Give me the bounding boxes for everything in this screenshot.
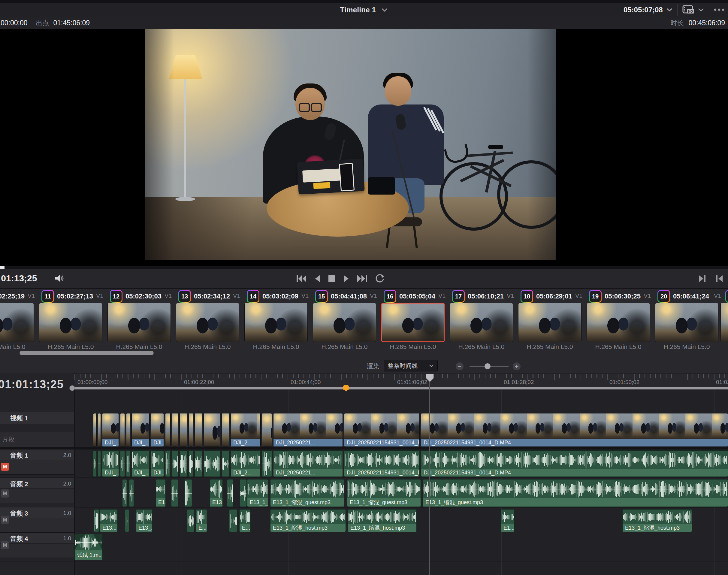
filmstrip-scrollbar[interactable] bbox=[20, 351, 154, 355]
timeline-clip[interactable]: DJI_2... bbox=[231, 413, 261, 447]
timeline-clip[interactable]: DJI_20250221154931_0014_D.MP4 bbox=[421, 413, 728, 447]
timeline-clip[interactable] bbox=[122, 479, 127, 507]
timeline-scrollbar[interactable] bbox=[74, 387, 728, 390]
filmstrip-thumbnail[interactable] bbox=[176, 303, 239, 342]
timeline-clip[interactable] bbox=[188, 450, 193, 477]
timeline-clip[interactable] bbox=[93, 450, 97, 477]
timeline-clip[interactable]: DJI_20250221154931_0014_D.MP4 bbox=[421, 450, 728, 477]
loop-icon[interactable] bbox=[375, 274, 385, 283]
filmstrip-thumbnail[interactable] bbox=[39, 303, 102, 342]
filmstrip-thumbnail[interactable] bbox=[313, 303, 376, 342]
timeline-clip[interactable]: DJI_... bbox=[132, 450, 149, 477]
timeline-clip[interactable] bbox=[171, 479, 178, 507]
timeline-clip[interactable]: DJI_20250221... bbox=[273, 450, 343, 477]
timeline-clip[interactable] bbox=[120, 450, 125, 477]
mute-button[interactable]: M bbox=[1, 489, 9, 498]
timeline-clip[interactable]: E... bbox=[239, 509, 251, 532]
viewer-scrub-handle[interactable] bbox=[0, 266, 4, 269]
chevron-down-icon[interactable] bbox=[666, 8, 672, 12]
timeline-clip[interactable]: DJI_20250221... bbox=[273, 413, 343, 447]
timeline-clip[interactable] bbox=[229, 509, 238, 532]
filmstrip-thumbnail[interactable] bbox=[244, 303, 308, 342]
timeline-clip[interactable]: E13_1_缩混_guest.mp3 bbox=[270, 479, 344, 507]
timeline-clip[interactable] bbox=[93, 413, 97, 447]
viewer-timecode[interactable]: 05:05:07;08 bbox=[624, 6, 663, 14]
filmstrip-thumbnail[interactable] bbox=[107, 303, 171, 342]
hq-clip-icon[interactable]: HQ bbox=[682, 5, 695, 15]
timeline-clip[interactable]: DJI_... bbox=[102, 413, 119, 447]
timeline-clip[interactable]: E13_1_缩混_guest.mp3 bbox=[423, 479, 728, 507]
filmstrip-thumbnail[interactable] bbox=[655, 303, 718, 342]
play-icon[interactable] bbox=[343, 274, 349, 283]
timeline-scrollbar-handle[interactable] bbox=[69, 385, 75, 391]
timeline-clip[interactable] bbox=[262, 413, 272, 447]
timeline-clip[interactable]: DJI_20250221154931_0014_D... bbox=[344, 413, 420, 447]
timeline-marker[interactable] bbox=[343, 385, 349, 390]
timeline-clip[interactable] bbox=[195, 413, 202, 447]
timeline-clip[interactable]: E13_... bbox=[136, 509, 152, 532]
track-header-video[interactable]: 视频 1 bbox=[0, 412, 74, 424]
timeline-clip[interactable] bbox=[227, 479, 234, 507]
timeline-clip[interactable]: DJI_2... bbox=[231, 450, 261, 477]
timeline-clip[interactable] bbox=[172, 450, 178, 477]
timeline-clip[interactable]: DJI... bbox=[151, 413, 164, 447]
mute-button[interactable]: M bbox=[1, 541, 9, 549]
timeline-clip[interactable] bbox=[165, 450, 171, 477]
timeline-clip[interactable]: DJI... bbox=[151, 450, 164, 477]
skip-start-icon[interactable] bbox=[296, 274, 307, 283]
timeline-clip[interactable]: E13_1_缩混_guest.mp3 bbox=[347, 479, 421, 507]
render-scope-dropdown[interactable]: 整条时间线 bbox=[384, 360, 438, 371]
playhead-to-end-icon[interactable] bbox=[699, 275, 706, 282]
timeline-clip[interactable] bbox=[120, 413, 125, 447]
timeline-clip[interactable] bbox=[126, 450, 130, 477]
timeline-clip[interactable] bbox=[126, 413, 130, 447]
video-frame[interactable] bbox=[145, 29, 556, 260]
filmstrip-thumbnail[interactable] bbox=[721, 303, 728, 342]
mute-button[interactable]: M bbox=[1, 516, 9, 524]
timeline-clip[interactable]: E13... bbox=[100, 509, 118, 532]
timeline-clip[interactable] bbox=[129, 479, 134, 507]
timeline-clip[interactable] bbox=[179, 450, 187, 477]
timeline-clip[interactable]: E1... bbox=[501, 509, 515, 532]
timeline-clip[interactable]: E13_1_缩混_host.mp3 bbox=[270, 509, 346, 532]
chevron-down-icon[interactable] bbox=[698, 8, 704, 12]
track-header-audio[interactable]: 音频 31.0 bbox=[0, 507, 74, 518]
timeline-clip[interactable]: DJI_... bbox=[132, 413, 149, 447]
timeline-clip[interactable] bbox=[98, 450, 101, 477]
filmstrip-thumbnail[interactable] bbox=[587, 303, 650, 342]
timeline-clip[interactable]: E13_... bbox=[210, 479, 223, 507]
timeline-clip[interactable] bbox=[172, 413, 178, 447]
timeline-clip[interactable]: E13_1_... bbox=[247, 479, 268, 507]
zoom-out-button[interactable]: − bbox=[456, 363, 463, 370]
zoom-slider-thumb[interactable] bbox=[485, 363, 490, 369]
overflow-menu-icon[interactable]: ••• bbox=[714, 5, 726, 14]
step-back-icon[interactable] bbox=[314, 274, 321, 283]
timeline-clip[interactable] bbox=[221, 413, 229, 447]
timeline-clip[interactable] bbox=[240, 479, 247, 507]
filmstrip-thumbnail[interactable] bbox=[0, 303, 34, 342]
timeline-clip[interactable]: DJI_20250221154931_0014_D... bbox=[344, 450, 420, 477]
timeline-clip[interactable]: DJI_... bbox=[102, 450, 119, 477]
timeline-clip[interactable] bbox=[125, 509, 129, 532]
mute-button[interactable]: M bbox=[1, 463, 9, 471]
filmstrip-thumbnail[interactable] bbox=[450, 303, 513, 342]
timeline-clip[interactable] bbox=[179, 413, 187, 447]
timeline-clip[interactable] bbox=[165, 413, 171, 447]
timeline-clip[interactable] bbox=[188, 413, 193, 447]
track-header-audio[interactable]: 音频 22.0 bbox=[0, 478, 74, 489]
stop-icon[interactable] bbox=[328, 275, 336, 282]
timeline-clip[interactable] bbox=[262, 450, 272, 477]
filmstrip-thumbnail[interactable] bbox=[518, 303, 582, 342]
timeline-clip[interactable]: E13_1_缩混_host.mp3 bbox=[622, 509, 692, 532]
timeline-clip[interactable]: E1... bbox=[155, 479, 166, 507]
timeline-clip[interactable] bbox=[221, 450, 229, 477]
timeline-clip[interactable]: 试试 1.m... bbox=[74, 534, 103, 560]
track-header-audio[interactable]: 音频 41.0 bbox=[0, 533, 74, 543]
timeline-selector[interactable]: Timeline 1 bbox=[0, 3, 728, 17]
timeline-clip[interactable] bbox=[184, 479, 192, 507]
timeline-clip[interactable] bbox=[98, 413, 101, 447]
timeline-clip[interactable] bbox=[195, 450, 202, 477]
timeline-clip[interactable] bbox=[187, 509, 195, 532]
timeline-clip[interactable] bbox=[204, 450, 220, 477]
speaker-icon[interactable] bbox=[55, 274, 65, 283]
